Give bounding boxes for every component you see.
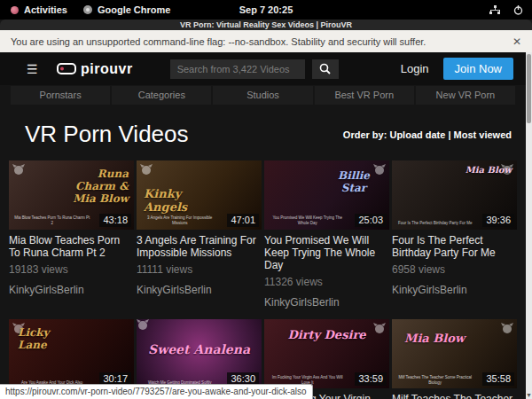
view-count: 11326 views xyxy=(264,276,389,288)
studio-link[interactable]: KinkyGirlsBerlin xyxy=(9,284,134,307)
nav-best-vr-porn[interactable]: Best VR Porn xyxy=(315,86,414,105)
duration-badge: 33:59 xyxy=(355,372,387,386)
video-thumbnail[interactable]: Kinky Angels 3 Angels Are Training For I… xyxy=(137,160,262,230)
video-card[interactable]: Mia Blow Four Is The Perfect Birthday Pa… xyxy=(392,160,517,319)
sandbox-warning-bar: You are using an unsupported command-lin… xyxy=(0,30,532,52)
studio-logo-icon xyxy=(140,164,153,175)
screen: Activities Google Chrome Sep 7 20:25 VR … xyxy=(0,0,532,399)
power-icon[interactable] xyxy=(513,5,523,15)
video-thumbnail[interactable]: Mia Blow Four Is The Perfect Birthday Pa… xyxy=(392,160,517,230)
view-count: 11111 views xyxy=(137,263,262,276)
video-title[interactable]: Milf Teaches The Teacher Some Practical … xyxy=(392,388,517,399)
site-logo[interactable]: pirouvr xyxy=(57,61,133,77)
order-upload-date-link[interactable]: Upload date xyxy=(389,129,445,140)
browser-title-bar[interactable]: VR Porn: Virtual Reality Sex Videos | Pi… xyxy=(0,20,532,30)
page-title: VR Porn Videos xyxy=(25,121,189,148)
thumbnail-caption: Four Is The Perfect Birthday Party For M… xyxy=(396,221,473,226)
nav-new-vr-porn[interactable]: New VR Porn xyxy=(416,86,515,105)
video-thumbnail[interactable]: Licky Lane Are You Awake And Your Dick A… xyxy=(9,319,134,388)
duration-badge: 47:01 xyxy=(227,214,259,227)
order-by: Order by: Upload date | Most viewed xyxy=(343,129,512,140)
vr-goggles-icon xyxy=(57,63,76,74)
video-thumbnail[interactable]: Runa Charm & Mia Blow Mia Blow Teaches P… xyxy=(9,160,134,230)
duration-badge: 39:36 xyxy=(482,214,514,227)
join-now-button[interactable]: Join Now xyxy=(443,58,513,80)
studio-link[interactable]: KinkyGirlsBerlin xyxy=(137,284,262,307)
duration-badge: 25:03 xyxy=(355,214,387,227)
thumbnail-overlay-text: Sweet Analena xyxy=(137,342,262,356)
video-thumbnail[interactable]: Sweet Analena Watch Me Getting Dominated… xyxy=(137,319,262,388)
logo-text: pirouvr xyxy=(81,61,133,77)
chrome-icon xyxy=(83,5,92,14)
video-grid: Runa Charm & Mia Blow Mia Blow Teaches P… xyxy=(0,160,526,399)
search-input[interactable] xyxy=(170,59,305,79)
order-by-label: Order by: xyxy=(343,129,387,140)
thumbnail-overlay-text: Runa Charm & Mia Blow xyxy=(66,168,129,205)
site-header: ☰ pirouvr Login Join Now xyxy=(0,52,526,85)
warning-text: You are using an unsupported command-lin… xyxy=(11,36,426,47)
duration-badge: 43:18 xyxy=(99,214,131,227)
thumbnail-caption: 3 Angels Are Training For Impossible Mis… xyxy=(141,215,218,226)
video-title[interactable]: You Promised We Will Keep Trying The Who… xyxy=(264,230,389,271)
focused-app-menu[interactable]: Google Chrome xyxy=(83,4,171,15)
thumbnail-overlay-text: Billie Star xyxy=(327,169,380,194)
nav-pornstars[interactable]: Pornstars xyxy=(11,86,110,105)
duration-badge: 35:58 xyxy=(482,372,514,386)
desktop-top-bar: Activities Google Chrome Sep 7 20:25 xyxy=(0,0,532,20)
page-content: ☰ pirouvr Login Join Now Pornstars Categ… xyxy=(0,52,526,399)
activities-label: Activities xyxy=(24,4,67,15)
studio-link[interactable]: KinkyGirlsBerlin xyxy=(392,284,517,307)
studio-link[interactable]: KinkyGirlsBerlin xyxy=(264,296,389,319)
thumbnail-caption: You Promised We Will Keep Trying The Who… xyxy=(269,215,346,226)
thumbnail-overlay-text: Licky Lane xyxy=(18,326,71,351)
video-card[interactable]: Mia Blow Milf Teaches The Teacher Some P… xyxy=(392,319,517,399)
login-link[interactable]: Login xyxy=(401,62,429,75)
view-count: 19183 views xyxy=(9,263,134,276)
main-nav: Pornstars Categories Studios Best VR Por… xyxy=(0,86,526,105)
video-title[interactable]: Mia Blow Teaches Porn To Runa Charm Pt 2 xyxy=(9,230,134,259)
thumbnail-overlay-text: Dirty Desire xyxy=(264,328,389,341)
video-thumbnail[interactable]: Mia Blow Milf Teaches The Teacher Some P… xyxy=(392,319,517,388)
view-count: 6958 views xyxy=(392,263,517,276)
video-thumbnail[interactable]: Dirty Desire Im Fucking Your Virgin Ass … xyxy=(264,319,389,388)
studio-logo-icon xyxy=(501,323,513,333)
thumbnail-overlay-text: Mia Blow xyxy=(466,165,512,175)
studio-logo-icon xyxy=(137,319,149,330)
warning-close-icon[interactable]: ✕ xyxy=(512,35,521,48)
nav-categories[interactable]: Categories xyxy=(112,86,211,105)
video-card[interactable]: Kinky Angels 3 Angels Are Training For I… xyxy=(137,160,262,319)
vertical-scrollbar[interactable]: ▼ xyxy=(526,52,532,399)
studio-logo-icon xyxy=(12,164,25,175)
search-icon xyxy=(319,63,331,74)
network-icon[interactable] xyxy=(489,5,501,15)
thumbnail-overlay-text: Mia Blow xyxy=(404,332,465,345)
activities-icon xyxy=(11,6,19,14)
video-title[interactable]: Four Is The Perfect Birthday Party For M… xyxy=(392,230,517,259)
app-label: Google Chrome xyxy=(98,4,171,15)
status-bar-url: https://pirouvr.com/vr-porn-video/779325… xyxy=(0,384,313,399)
nav-studios[interactable]: Studios xyxy=(213,86,312,105)
search-button[interactable] xyxy=(312,59,339,79)
activities-button[interactable]: Activities xyxy=(0,4,67,15)
menu-icon[interactable]: ☰ xyxy=(27,63,41,75)
video-card[interactable]: Runa Charm & Mia Blow Mia Blow Teaches P… xyxy=(9,160,134,319)
order-most-viewed-link[interactable]: Most viewed xyxy=(454,129,512,140)
thumbnail-caption: Mia Blow Teaches Porn To Runa Charm Pt 2 xyxy=(13,215,90,226)
thumbnail-caption: Milf Teaches The Teacher Some Practical … xyxy=(396,375,473,386)
clock[interactable]: Sep 7 20:25 xyxy=(0,4,532,15)
order-separator: | xyxy=(448,129,450,140)
thumbnail-overlay-text: Kinky Angels xyxy=(144,187,206,214)
video-thumbnail[interactable]: Billie Star You Promised We Will Keep Tr… xyxy=(264,160,389,230)
video-card[interactable]: Billie Star You Promised We Will Keep Tr… xyxy=(264,160,389,319)
video-title[interactable]: 3 Angels Are Training For Impossible Mis… xyxy=(137,230,262,259)
scrollbar-thumb[interactable] xyxy=(527,54,531,123)
scrollbar-down-arrow-icon[interactable]: ▼ xyxy=(526,392,532,398)
